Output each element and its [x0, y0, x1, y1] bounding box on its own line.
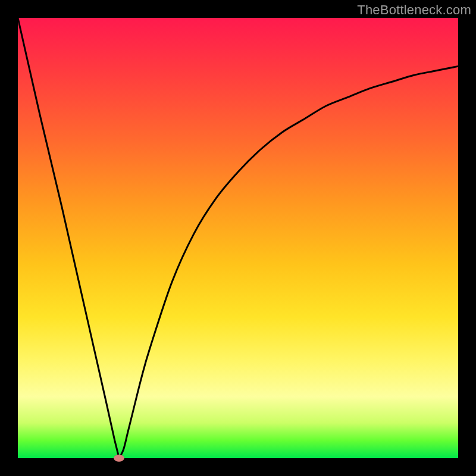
chart-frame: TheBottleneck.com	[0, 0, 476, 476]
plot-area	[18, 18, 458, 458]
bottleneck-curve	[18, 18, 458, 458]
min-marker	[114, 455, 124, 462]
curve-layer	[18, 18, 458, 458]
watermark-text: TheBottleneck.com	[357, 2, 471, 18]
